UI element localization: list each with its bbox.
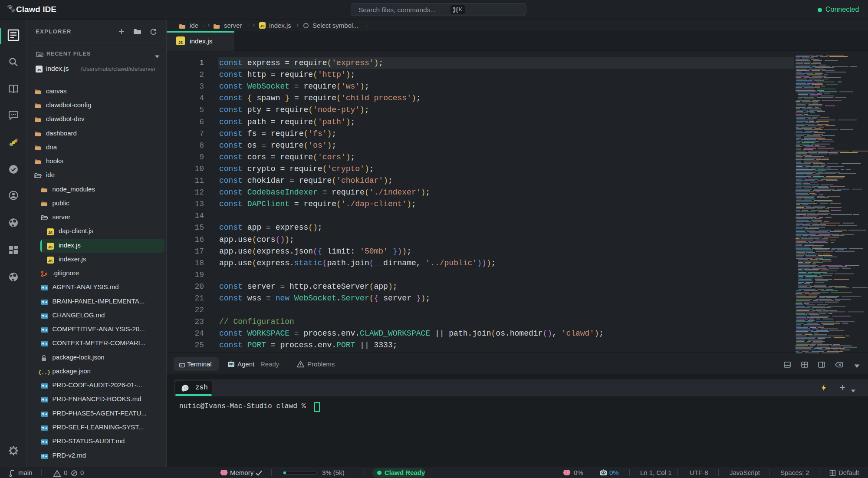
svg-text:JS: JS (48, 259, 53, 263)
svg-text:{..}: {..} (39, 369, 50, 375)
svg-text:JS: JS (178, 41, 183, 45)
svg-text:JS: JS (48, 231, 53, 235)
svg-text:JS: JS (260, 24, 265, 28)
svg-text:JS: JS (48, 245, 53, 249)
